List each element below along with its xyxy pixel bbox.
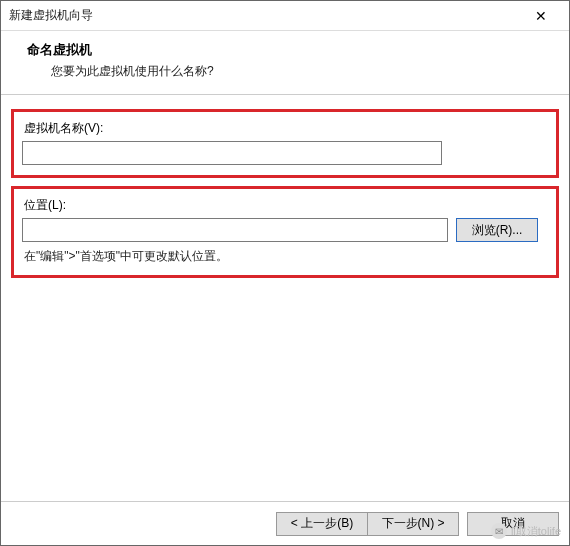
vm-name-input[interactable] [22, 141, 442, 165]
vm-location-group: 位置(L): 浏览(R)... 在"编辑">"首选项"中可更改默认位置。 [11, 186, 559, 278]
back-button[interactable]: < 上一步(B) [276, 512, 368, 536]
location-hint: 在"编辑">"首选项"中可更改默认位置。 [24, 248, 548, 265]
next-button-label: 下一步(N) > [382, 515, 445, 532]
titlebar: 新建虚拟机向导 ✕ [1, 1, 569, 31]
close-icon: ✕ [535, 8, 547, 24]
cancel-button[interactable]: 取消 [467, 512, 559, 536]
back-button-label: < 上一步(B) [291, 515, 353, 532]
vm-location-label: 位置(L): [24, 197, 548, 214]
wizard-footer: < 上一步(B) 下一步(N) > 取消 ✉ li取消tolife [1, 501, 569, 545]
next-button[interactable]: 下一步(N) > [367, 512, 459, 536]
vm-name-label: 虚拟机名称(V): [24, 120, 548, 137]
vm-location-row: 浏览(R)... [22, 218, 548, 242]
page-subtitle: 您要为此虚拟机使用什么名称? [51, 63, 551, 80]
browse-button-label: 浏览(R)... [472, 222, 523, 239]
vm-name-group: 虚拟机名称(V): [11, 109, 559, 178]
wizard-content: 虚拟机名称(V): 位置(L): 浏览(R)... 在"编辑">"首选项"中可更… [1, 95, 569, 501]
cancel-button-label: 取消 [501, 515, 525, 532]
vm-location-input[interactable] [22, 218, 448, 242]
wizard-window: 新建虚拟机向导 ✕ 命名虚拟机 您要为此虚拟机使用什么名称? 虚拟机名称(V):… [0, 0, 570, 546]
browse-button[interactable]: 浏览(R)... [456, 218, 538, 242]
window-title: 新建虚拟机向导 [9, 7, 521, 24]
close-button[interactable]: ✕ [521, 1, 561, 30]
page-title: 命名虚拟机 [27, 41, 551, 59]
wizard-header: 命名虚拟机 您要为此虚拟机使用什么名称? [1, 31, 569, 95]
